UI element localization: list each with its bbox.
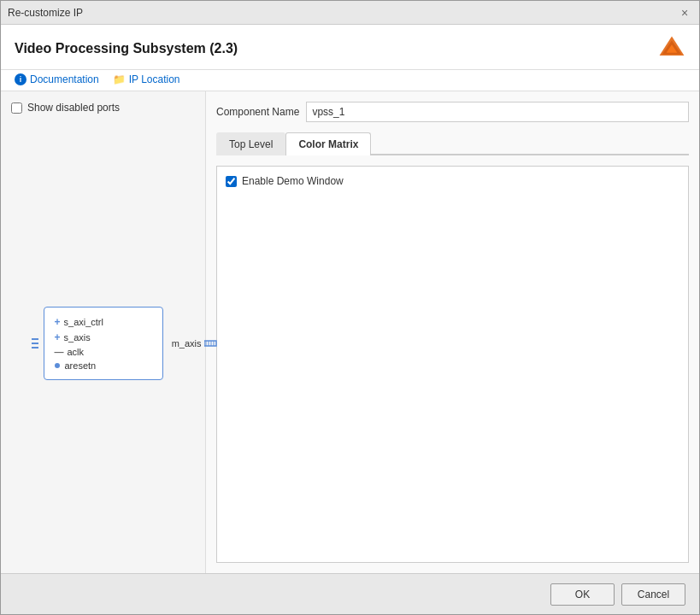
enable-demo-window-checkbox[interactable] [226, 176, 237, 187]
sub-header: i Documentation 📁 IP Location [1, 70, 699, 91]
component-name-input[interactable] [306, 102, 689, 122]
content-area: Show disabled ports + s_axi_ctrl [1, 91, 699, 573]
aresetn-dot [55, 363, 60, 368]
tabs-bar: Top Level Color Matrix [216, 132, 689, 155]
enable-demo-window-row: Enable Demo Window [226, 175, 679, 187]
show-disabled-ports-label: Show disabled ports [27, 102, 120, 114]
documentation-link[interactable]: i Documentation [15, 73, 99, 85]
documentation-label: Documentation [30, 73, 99, 85]
port-s-axi-ctrl: + s_axi_ctrl [55, 314, 152, 330]
ok-button[interactable]: OK [550, 583, 615, 606]
m-axis-label: m_axis [172, 338, 202, 348]
cancel-button[interactable]: Cancel [621, 583, 685, 606]
tab-top-level[interactable]: Top Level [216, 132, 285, 155]
footer: OK Cancel [1, 573, 699, 614]
port-s-axis: + s_axis [55, 330, 152, 345]
dialog: Re-customize IP × Video Processing Subsy… [0, 0, 700, 615]
left-connector-tick [32, 338, 38, 340]
left-panel: Show disabled ports + s_axi_ctrl [1, 91, 206, 573]
component-block: + s_axi_ctrl + s_axis — aclk [44, 307, 163, 380]
title-bar-text: Re-customize IP [8, 7, 83, 19]
close-button[interactable]: × [677, 5, 692, 20]
enable-demo-window-label: Enable Demo Window [242, 175, 344, 187]
folder-icon: 📁 [113, 73, 126, 85]
page-title: Video Processing Subsystem (2.3) [15, 41, 238, 56]
port-aresetn: aresetn [55, 359, 152, 372]
xilinx-logo-icon [658, 35, 685, 62]
ip-location-link[interactable]: 📁 IP Location [113, 73, 180, 85]
diagram-area: + s_axi_ctrl + s_axis — aclk [11, 124, 195, 563]
tab-color-matrix[interactable]: Color Matrix [285, 132, 371, 155]
left-connector-tick [32, 343, 38, 344]
component-name-row: Component Name [216, 102, 689, 122]
component-name-label: Component Name [216, 106, 299, 118]
ip-location-label: IP Location [129, 73, 180, 85]
right-panel: Component Name Top Level Color Matrix En… [206, 91, 699, 573]
show-disabled-ports-checkbox[interactable] [11, 102, 22, 114]
tab-content-color-matrix: Enable Demo Window [216, 166, 689, 563]
header: Video Processing Subsystem (2.3) [1, 25, 699, 70]
info-icon: i [15, 73, 26, 85]
left-connector-tick [32, 347, 38, 348]
port-aclk: — aclk [55, 345, 152, 359]
title-bar: Re-customize IP × [1, 1, 699, 25]
m-axis-connector-icon [204, 337, 223, 350]
show-disabled-ports-row: Show disabled ports [11, 102, 195, 114]
